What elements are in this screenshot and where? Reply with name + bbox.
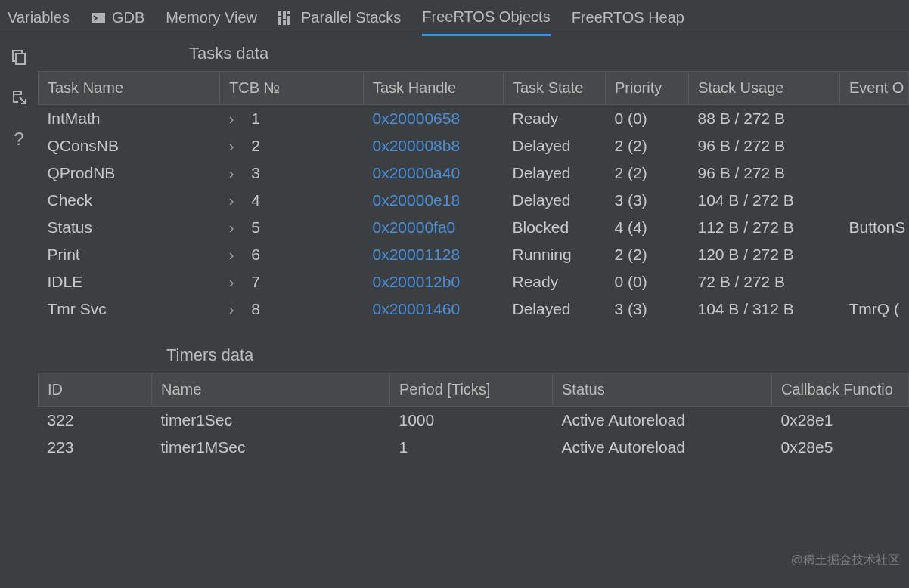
svg-rect-8 [16, 54, 25, 64]
task-tcb: › 2 [220, 132, 364, 159]
col-event[interactable]: Event O [840, 72, 909, 105]
task-event [840, 159, 909, 187]
task-priority: 3 (3) [606, 296, 689, 323]
tab-memory-view[interactable]: Memory View [166, 0, 257, 36]
col-stack[interactable]: Stack Usage [689, 72, 840, 105]
task-priority: 0 (0) [606, 105, 689, 133]
timer-status: Active Autoreload [553, 434, 772, 461]
task-name: Check [39, 187, 220, 214]
task-priority: 2 (2) [606, 132, 689, 159]
task-handle[interactable]: 0x200008b8 [364, 132, 504, 159]
tasks-table: Task Name TCB № Task Handle Task State P… [38, 71, 909, 323]
task-tcb: › 4 [220, 187, 364, 214]
task-handle[interactable]: 0x20000a40 [364, 159, 504, 187]
chevron-right-icon[interactable]: › [229, 246, 243, 264]
chevron-right-icon[interactable]: › [229, 191, 243, 209]
task-row[interactable]: Status› 50x20000fa0Blocked4 (4)112 B / 2… [39, 214, 909, 241]
chevron-right-icon[interactable]: › [229, 218, 243, 237]
task-event [840, 241, 909, 268]
tasks-title: Tasks data [38, 36, 909, 71]
timer-row[interactable]: 223timer1MSec1Active Autoreload0x28e5 [39, 434, 909, 461]
col-timer-name[interactable]: Name [152, 373, 390, 407]
help-icon[interactable]: ? [14, 128, 23, 150]
col-handle[interactable]: Task Handle [364, 72, 504, 105]
task-name: QConsNB [39, 132, 220, 159]
col-priority[interactable]: Priority [606, 72, 689, 105]
chevron-right-icon[interactable]: › [229, 300, 243, 318]
timer-name: timer1Sec [152, 407, 390, 435]
tab-variables[interactable]: Variables [8, 0, 70, 36]
task-row[interactable]: Tmr Svc› 80x20001460Delayed3 (3)104 B / … [39, 296, 909, 323]
task-event [840, 268, 909, 296]
col-timer-status[interactable]: Status [553, 373, 772, 407]
tab-freertos-objects[interactable]: FreeRTOS Objects [422, 1, 550, 36]
task-handle[interactable]: 0x20000e18 [364, 187, 504, 214]
timer-period: 1 [390, 434, 553, 461]
task-row[interactable]: Check› 40x20000e18Delayed3 (3)104 B / 27… [39, 187, 909, 214]
task-priority: 2 (2) [606, 241, 689, 268]
timer-callback: 0x28e1 [772, 407, 909, 435]
svg-rect-3 [283, 11, 286, 19]
chevron-right-icon[interactable]: › [229, 273, 243, 291]
task-row[interactable]: IntMath› 10x20000658Ready0 (0)88 B / 272… [39, 105, 909, 133]
svg-rect-4 [283, 20, 286, 25]
task-name: QProdNB [39, 159, 220, 187]
task-row[interactable]: IDLE› 70x200012b0Ready0 (0)72 B / 272 B [39, 268, 909, 296]
task-event [840, 105, 909, 133]
timer-status: Active Autoreload [553, 407, 772, 435]
task-handle[interactable]: 0x20000fa0 [364, 214, 504, 241]
timer-row[interactable]: 322timer1Sec1000Active Autoreload0x28e1 [39, 407, 909, 435]
chevron-right-icon[interactable]: › [229, 164, 243, 182]
svg-rect-2 [278, 17, 281, 25]
copy-icon[interactable] [11, 48, 27, 69]
task-stack: 96 B / 272 B [689, 132, 840, 159]
task-state: Delayed [504, 159, 606, 187]
task-priority: 4 (4) [606, 214, 689, 241]
export-icon[interactable] [11, 88, 27, 109]
timer-callback: 0x28e5 [772, 434, 909, 461]
task-stack: 72 B / 272 B [689, 268, 840, 296]
col-timer-callback[interactable]: Callback Functio [772, 373, 909, 407]
timer-name: timer1MSec [152, 434, 390, 461]
task-handle[interactable]: 0x20001460 [364, 296, 504, 323]
col-state[interactable]: Task State [504, 72, 606, 105]
task-event: ButtonS [840, 214, 909, 241]
task-tcb: › 5 [220, 214, 364, 241]
task-stack: 88 B / 272 B [689, 105, 840, 133]
task-stack: 104 B / 312 B [689, 296, 840, 323]
task-state: Blocked [504, 214, 606, 241]
svg-rect-0 [92, 13, 105, 23]
task-handle[interactable]: 0x200012b0 [364, 268, 504, 296]
timer-id: 322 [39, 407, 152, 435]
col-timer-period[interactable]: Period [Ticks] [390, 373, 553, 407]
task-priority: 2 (2) [606, 159, 689, 187]
col-task-name[interactable]: Task Name [39, 72, 220, 105]
timers-title: Timers data [38, 323, 909, 373]
chevron-right-icon[interactable]: › [229, 110, 243, 128]
task-row[interactable]: QProdNB› 30x20000a40Delayed2 (2)96 B / 2… [39, 159, 909, 187]
timer-period: 1000 [390, 407, 553, 435]
task-handle[interactable]: 0x20001128 [364, 241, 504, 268]
chevron-right-icon[interactable]: › [229, 137, 243, 155]
tab-gdb[interactable]: GDB [91, 0, 144, 36]
task-tcb: › 6 [220, 241, 364, 268]
tab-bar: Variables GDB Memory View Parallel Stack… [0, 0, 909, 36]
task-event: TmrQ ( [840, 296, 909, 323]
task-event [840, 132, 909, 159]
task-handle[interactable]: 0x20000658 [364, 105, 504, 133]
task-tcb: › 7 [220, 268, 364, 296]
task-state: Delayed [504, 296, 606, 323]
task-row[interactable]: Print› 60x20001128Running2 (2)120 B / 27… [39, 241, 909, 268]
task-state: Running [504, 241, 606, 268]
task-row[interactable]: QConsNB› 20x200008b8Delayed2 (2)96 B / 2… [39, 132, 909, 159]
task-stack: 112 B / 272 B [689, 214, 840, 241]
tab-parallel-stacks[interactable]: Parallel Stacks [278, 0, 401, 36]
tab-freertos-heap[interactable]: FreeRTOS Heap [572, 0, 684, 36]
col-tcb[interactable]: TCB № [220, 72, 364, 105]
task-name: Print [39, 241, 220, 268]
task-priority: 3 (3) [606, 187, 689, 214]
watermark: @稀土掘金技术社区 [791, 552, 900, 568]
col-timer-id[interactable]: ID [39, 373, 152, 407]
task-tcb: › 3 [220, 159, 364, 187]
task-tcb: › 1 [220, 105, 364, 133]
